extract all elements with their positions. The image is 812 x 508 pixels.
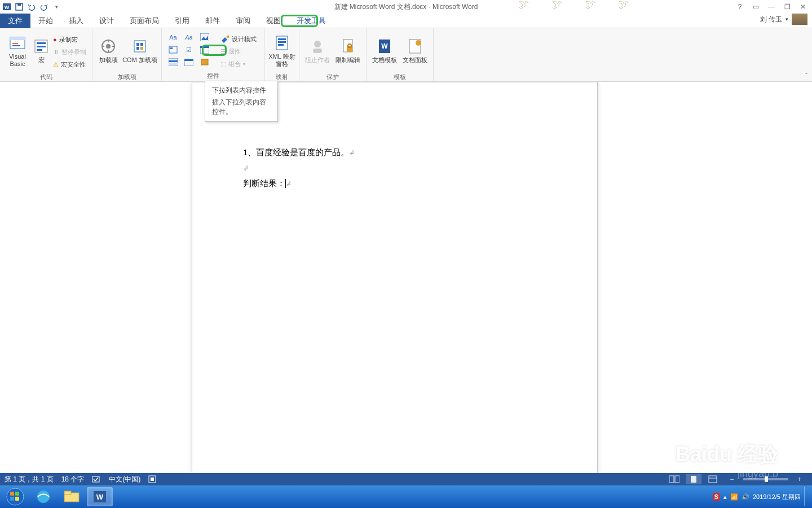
help-icon[interactable]: ? xyxy=(733,2,747,12)
tab-home[interactable]: 开始 xyxy=(30,14,61,28)
macro-security-button[interactable]: ⚠宏安全性 xyxy=(51,59,89,70)
document-page[interactable]: 1、百度经验是百度的产品。↲ ↲ 判断结果：↲ xyxy=(192,82,598,474)
close-icon[interactable]: ✕ xyxy=(796,2,810,12)
document-template-button[interactable]: W 文档模板 xyxy=(370,29,399,72)
qat-customize-icon[interactable]: ▾ xyxy=(51,1,62,12)
tab-developer[interactable]: 开发工具 xyxy=(289,14,334,28)
tray-ime-icon[interactable]: S xyxy=(713,493,720,501)
controls-gallery: Aa Aa ☑ xyxy=(167,32,214,68)
tab-references[interactable]: 引用 xyxy=(167,14,197,28)
macros-button[interactable]: 宏 xyxy=(33,29,50,72)
ribbon-group-code: Visual Basic 宏 ●录制宏 ⏸暂停录制 ⚠宏安全性 代码 xyxy=(0,28,92,81)
dropdown-control-icon[interactable] xyxy=(167,57,179,67)
com-addins-button[interactable]: COM 加载项 xyxy=(122,29,158,72)
collapse-ribbon-icon[interactable]: ˆ xyxy=(805,72,807,79)
svg-rect-26 xyxy=(169,60,178,62)
svg-rect-56 xyxy=(10,497,14,501)
xml-mapping-button[interactable]: XML 映射窗格 xyxy=(268,29,295,72)
group-label-controls: 控件 xyxy=(207,71,219,80)
restore-icon[interactable]: ❐ xyxy=(780,2,794,12)
tooltip-desc: 插入下拉列表内容控件。 xyxy=(212,98,271,117)
visual-basic-button[interactable]: Visual Basic xyxy=(3,29,32,72)
group-label-code: 代码 xyxy=(40,72,52,81)
restrict-editing-button[interactable]: 限制编辑 xyxy=(333,29,363,72)
word-app-icon[interactable]: W xyxy=(1,1,12,12)
combobox-control-icon[interactable] xyxy=(199,45,210,55)
tray-sound-icon[interactable]: 🔊 xyxy=(742,493,749,501)
plaintext-control-icon[interactable]: Aa xyxy=(183,32,195,42)
zoom-in-icon[interactable]: + xyxy=(792,474,807,484)
group-label-protect: 保护 xyxy=(326,72,339,81)
tab-design[interactable]: 设计 xyxy=(91,14,122,28)
ribbon-group-addins: 加载项 COM 加载项 加载项 xyxy=(92,28,162,81)
svg-rect-50 xyxy=(691,476,696,483)
richtext-control-icon[interactable]: Aa xyxy=(167,32,179,42)
group-label-addins: 加载项 xyxy=(118,72,136,81)
tab-view[interactable]: 视图 xyxy=(258,14,289,28)
document-panel-button[interactable]: 文档面板 xyxy=(400,29,430,72)
status-words[interactable]: 18 个字 xyxy=(61,475,85,484)
undo-icon[interactable] xyxy=(26,1,37,12)
checkbox-control-icon[interactable]: ☑ xyxy=(183,45,195,55)
show-desktop-button[interactable] xyxy=(804,487,810,506)
user-account[interactable]: 刘 传玉▾ xyxy=(760,14,807,25)
tray-clock[interactable]: 2019/12/5 星期四 xyxy=(753,493,801,501)
block-authors-icon xyxy=(308,37,326,55)
ribbon-group-mapping: XML 映射窗格 映射 xyxy=(265,28,299,81)
group-icon: ⬚ xyxy=(220,60,226,68)
svg-rect-24 xyxy=(200,46,209,48)
document-template-icon: W xyxy=(376,37,394,55)
window-title: 新建 Microsoft Word 文档.docx - Microsoft Wo… xyxy=(334,2,478,12)
status-proofing-icon[interactable] xyxy=(92,475,101,483)
svg-rect-48 xyxy=(669,476,674,483)
taskbar-explorer-icon[interactable] xyxy=(59,487,85,506)
restrict-editing-icon xyxy=(339,37,357,55)
start-button[interactable] xyxy=(2,487,28,507)
svg-rect-10 xyxy=(37,46,46,47)
watermark-main: Baidu 经验 xyxy=(676,441,778,468)
legacy-tools-icon[interactable] xyxy=(199,57,210,67)
ribbon: Visual Basic 宏 ●录制宏 ⏸暂停录制 ⚠宏安全性 代码 加载项 C… xyxy=(0,28,812,82)
group-button: ⬚组合▾ xyxy=(218,58,259,69)
document-panel-icon xyxy=(406,37,424,55)
svg-rect-37 xyxy=(313,49,322,53)
view-print-layout-icon[interactable] xyxy=(686,474,701,484)
svg-rect-5 xyxy=(10,37,25,40)
quick-access-toolbar: W ▾ xyxy=(0,1,62,12)
doc-line-1: 1、百度经验是百度的产品。↲ xyxy=(243,144,546,160)
status-page[interactable]: 第 1 页，共 1 页 xyxy=(5,475,54,484)
tab-file[interactable]: 文件 xyxy=(0,14,30,28)
taskbar-ie-icon[interactable] xyxy=(30,487,56,506)
tray-network-icon[interactable]: 📶 xyxy=(730,493,738,501)
taskbar-word-icon[interactable]: W xyxy=(87,487,113,506)
ribbon-group-controls: Aa Aa ☑ 设计模式 ☰属性 ⬚组合▾ 控件 xyxy=(162,28,265,81)
datepicker-control-icon[interactable] xyxy=(183,57,195,67)
tab-layout[interactable]: 页面布局 xyxy=(122,14,167,28)
tooltip-dropdown-control: 下拉列表内容控件 插入下拉列表内容控件。 xyxy=(205,81,278,122)
svg-point-44 xyxy=(416,40,421,46)
addins-button[interactable]: 加载项 xyxy=(96,29,121,72)
svg-point-13 xyxy=(106,44,111,49)
ribbon-display-icon[interactable]: ▭ xyxy=(749,2,762,12)
view-web-layout-icon[interactable] xyxy=(705,474,721,484)
doc-line-2: ↲ xyxy=(243,160,546,176)
svg-rect-60 xyxy=(64,491,71,494)
save-icon[interactable] xyxy=(14,1,25,12)
design-mode-button[interactable]: 设计模式 xyxy=(218,33,259,45)
ribbon-tabs: 文件 开始 插入 设计 页面布局 引用 邮件 审阅 视图 开发工具 刘 传玉▾ xyxy=(0,14,812,28)
view-read-mode-icon[interactable] xyxy=(667,474,682,484)
pause-icon: ⏸ xyxy=(53,49,59,55)
record-macro-button[interactable]: ●录制宏 xyxy=(51,34,89,45)
tab-insert[interactable]: 插入 xyxy=(61,14,91,28)
status-language[interactable]: 中文(中国) xyxy=(109,475,140,484)
tab-mailings[interactable]: 邮件 xyxy=(197,14,228,28)
minimize-icon[interactable]: — xyxy=(765,2,778,12)
status-macro-icon[interactable] xyxy=(148,475,156,483)
buildingblock-control-icon[interactable] xyxy=(167,45,179,55)
group-label-templates: 模板 xyxy=(394,72,406,81)
svg-point-58 xyxy=(37,491,50,503)
redo-icon[interactable] xyxy=(38,1,50,12)
tab-review[interactable]: 审阅 xyxy=(228,14,258,28)
picture-control-icon[interactable] xyxy=(199,32,210,42)
tray-flag-icon[interactable]: ▴ xyxy=(723,493,727,501)
